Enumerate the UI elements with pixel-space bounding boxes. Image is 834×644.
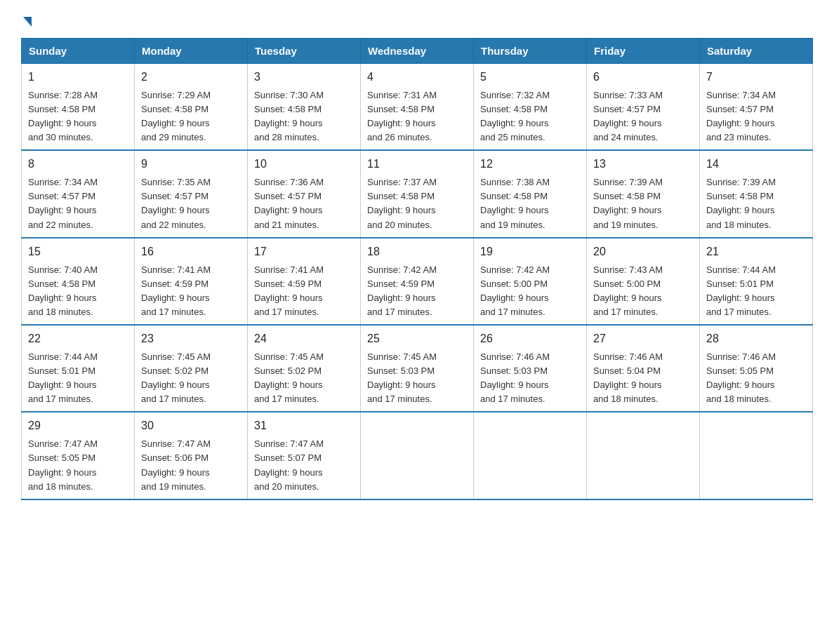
day-info: Sunrise: 7:41 AMSunset: 4:59 PMDaylight:… xyxy=(254,264,324,317)
calendar-week-row: 1Sunrise: 7:28 AMSunset: 4:58 PMDaylight… xyxy=(22,64,813,151)
calendar-week-row: 15Sunrise: 7:40 AMSunset: 4:58 PMDayligh… xyxy=(22,238,813,325)
day-number: 10 xyxy=(254,156,354,173)
weekday-header-thursday: Thursday xyxy=(474,39,587,64)
logo xyxy=(21,14,32,25)
day-info: Sunrise: 7:35 AMSunset: 4:57 PMDaylight:… xyxy=(141,177,211,229)
day-number: 15 xyxy=(28,243,128,261)
calendar-day-cell: 18Sunrise: 7:42 AMSunset: 4:59 PMDayligh… xyxy=(361,238,474,325)
day-number: 3 xyxy=(254,69,354,86)
calendar-day-cell: 28Sunrise: 7:46 AMSunset: 5:05 PMDayligh… xyxy=(700,325,813,412)
day-info: Sunrise: 7:44 AMSunset: 5:01 PMDaylight:… xyxy=(706,264,776,317)
calendar-day-cell: 3Sunrise: 7:30 AMSunset: 4:58 PMDaylight… xyxy=(248,64,361,151)
calendar-day-cell: 30Sunrise: 7:47 AMSunset: 5:06 PMDayligh… xyxy=(135,412,248,499)
day-info: Sunrise: 7:45 AMSunset: 5:02 PMDaylight:… xyxy=(141,351,211,404)
calendar-day-cell: 21Sunrise: 7:44 AMSunset: 5:01 PMDayligh… xyxy=(700,238,813,325)
day-number: 16 xyxy=(141,243,241,261)
day-number: 7 xyxy=(706,69,806,86)
day-info: Sunrise: 7:39 AMSunset: 4:58 PMDaylight:… xyxy=(706,177,776,229)
weekday-header-wednesday: Wednesday xyxy=(361,39,474,64)
calendar-week-row: 29Sunrise: 7:47 AMSunset: 5:05 PMDayligh… xyxy=(22,412,813,499)
day-number: 13 xyxy=(593,156,693,173)
day-info: Sunrise: 7:29 AMSunset: 4:58 PMDaylight:… xyxy=(141,90,211,142)
day-info: Sunrise: 7:41 AMSunset: 4:59 PMDaylight:… xyxy=(141,264,211,317)
calendar-day-cell: 22Sunrise: 7:44 AMSunset: 5:01 PMDayligh… xyxy=(22,325,135,412)
calendar-day-cell: 13Sunrise: 7:39 AMSunset: 4:58 PMDayligh… xyxy=(587,150,700,237)
calendar-day-cell: 25Sunrise: 7:45 AMSunset: 5:03 PMDayligh… xyxy=(361,325,474,412)
day-info: Sunrise: 7:39 AMSunset: 4:58 PMDaylight:… xyxy=(593,177,663,229)
day-number: 18 xyxy=(367,243,467,261)
calendar-day-cell: 23Sunrise: 7:45 AMSunset: 5:02 PMDayligh… xyxy=(135,325,248,412)
day-number: 17 xyxy=(254,243,354,261)
day-info: Sunrise: 7:47 AMSunset: 5:05 PMDaylight:… xyxy=(28,438,98,491)
day-info: Sunrise: 7:31 AMSunset: 4:58 PMDaylight:… xyxy=(367,90,437,142)
calendar-day-cell: 12Sunrise: 7:38 AMSunset: 4:58 PMDayligh… xyxy=(474,150,587,237)
weekday-header-saturday: Saturday xyxy=(700,39,813,64)
calendar-week-row: 22Sunrise: 7:44 AMSunset: 5:01 PMDayligh… xyxy=(22,325,813,412)
day-info: Sunrise: 7:47 AMSunset: 5:06 PMDaylight:… xyxy=(141,438,211,491)
day-info: Sunrise: 7:34 AMSunset: 4:57 PMDaylight:… xyxy=(706,90,776,142)
day-number: 6 xyxy=(593,69,693,86)
calendar-day-cell: 29Sunrise: 7:47 AMSunset: 5:05 PMDayligh… xyxy=(22,412,135,499)
day-info: Sunrise: 7:46 AMSunset: 5:03 PMDaylight:… xyxy=(480,351,550,404)
day-number: 25 xyxy=(367,330,467,348)
calendar-day-cell xyxy=(361,412,474,499)
weekday-header-row: SundayMondayTuesdayWednesdayThursdayFrid… xyxy=(22,39,813,64)
calendar-day-cell: 2Sunrise: 7:29 AMSunset: 4:58 PMDaylight… xyxy=(135,64,248,151)
calendar-day-cell: 11Sunrise: 7:37 AMSunset: 4:58 PMDayligh… xyxy=(361,150,474,237)
calendar-day-cell: 20Sunrise: 7:43 AMSunset: 5:00 PMDayligh… xyxy=(587,238,700,325)
weekday-header-friday: Friday xyxy=(587,39,700,64)
calendar-day-cell: 6Sunrise: 7:33 AMSunset: 4:57 PMDaylight… xyxy=(587,64,700,151)
day-info: Sunrise: 7:36 AMSunset: 4:57 PMDaylight:… xyxy=(254,177,324,229)
calendar-day-cell: 14Sunrise: 7:39 AMSunset: 4:58 PMDayligh… xyxy=(700,150,813,237)
day-number: 12 xyxy=(480,156,580,173)
day-number: 31 xyxy=(254,417,354,435)
weekday-header-sunday: Sunday xyxy=(22,39,135,64)
calendar-day-cell xyxy=(587,412,700,499)
day-info: Sunrise: 7:30 AMSunset: 4:58 PMDaylight:… xyxy=(254,90,324,142)
day-number: 19 xyxy=(480,243,580,261)
day-number: 28 xyxy=(706,330,806,348)
calendar-day-cell: 17Sunrise: 7:41 AMSunset: 4:59 PMDayligh… xyxy=(248,238,361,325)
calendar-day-cell: 10Sunrise: 7:36 AMSunset: 4:57 PMDayligh… xyxy=(248,150,361,237)
day-number: 4 xyxy=(367,69,467,86)
calendar-day-cell: 19Sunrise: 7:42 AMSunset: 5:00 PMDayligh… xyxy=(474,238,587,325)
calendar-day-cell: 24Sunrise: 7:45 AMSunset: 5:02 PMDayligh… xyxy=(248,325,361,412)
day-info: Sunrise: 7:28 AMSunset: 4:58 PMDaylight:… xyxy=(28,90,98,142)
day-number: 22 xyxy=(28,330,128,348)
calendar-body: 1Sunrise: 7:28 AMSunset: 4:58 PMDaylight… xyxy=(22,64,813,499)
calendar-header: SundayMondayTuesdayWednesdayThursdayFrid… xyxy=(22,39,813,64)
day-info: Sunrise: 7:45 AMSunset: 5:02 PMDaylight:… xyxy=(254,351,324,404)
day-number: 1 xyxy=(28,69,128,86)
calendar-day-cell: 8Sunrise: 7:34 AMSunset: 4:57 PMDaylight… xyxy=(22,150,135,237)
day-info: Sunrise: 7:44 AMSunset: 5:01 PMDaylight:… xyxy=(28,351,98,404)
day-info: Sunrise: 7:37 AMSunset: 4:58 PMDaylight:… xyxy=(367,177,437,229)
weekday-header-tuesday: Tuesday xyxy=(248,39,361,64)
day-info: Sunrise: 7:34 AMSunset: 4:57 PMDaylight:… xyxy=(28,177,98,229)
day-info: Sunrise: 7:33 AMSunset: 4:57 PMDaylight:… xyxy=(593,90,663,142)
day-info: Sunrise: 7:32 AMSunset: 4:58 PMDaylight:… xyxy=(480,90,550,142)
day-info: Sunrise: 7:42 AMSunset: 4:59 PMDaylight:… xyxy=(367,264,437,317)
day-number: 9 xyxy=(141,156,241,173)
day-info: Sunrise: 7:46 AMSunset: 5:05 PMDaylight:… xyxy=(706,351,776,404)
day-info: Sunrise: 7:42 AMSunset: 5:00 PMDaylight:… xyxy=(480,264,550,317)
day-number: 24 xyxy=(254,330,354,348)
calendar-day-cell: 9Sunrise: 7:35 AMSunset: 4:57 PMDaylight… xyxy=(135,150,248,237)
day-info: Sunrise: 7:45 AMSunset: 5:03 PMDaylight:… xyxy=(367,351,437,404)
calendar-day-cell: 26Sunrise: 7:46 AMSunset: 5:03 PMDayligh… xyxy=(474,325,587,412)
day-number: 26 xyxy=(480,330,580,348)
logo-top xyxy=(21,14,32,27)
day-info: Sunrise: 7:38 AMSunset: 4:58 PMDaylight:… xyxy=(480,177,550,229)
day-number: 5 xyxy=(480,69,580,86)
calendar-day-cell xyxy=(700,412,813,499)
day-number: 2 xyxy=(141,69,241,86)
calendar-day-cell: 31Sunrise: 7:47 AMSunset: 5:07 PMDayligh… xyxy=(248,412,361,499)
calendar-day-cell: 4Sunrise: 7:31 AMSunset: 4:58 PMDaylight… xyxy=(361,64,474,151)
day-number: 21 xyxy=(706,243,806,261)
calendar-day-cell: 7Sunrise: 7:34 AMSunset: 4:57 PMDaylight… xyxy=(700,64,813,151)
calendar-week-row: 8Sunrise: 7:34 AMSunset: 4:57 PMDaylight… xyxy=(22,150,813,237)
day-number: 20 xyxy=(593,243,693,261)
calendar-day-cell: 27Sunrise: 7:46 AMSunset: 5:04 PMDayligh… xyxy=(587,325,700,412)
day-info: Sunrise: 7:40 AMSunset: 4:58 PMDaylight:… xyxy=(28,264,98,317)
day-number: 23 xyxy=(141,330,241,348)
calendar-day-cell: 1Sunrise: 7:28 AMSunset: 4:58 PMDaylight… xyxy=(22,64,135,151)
